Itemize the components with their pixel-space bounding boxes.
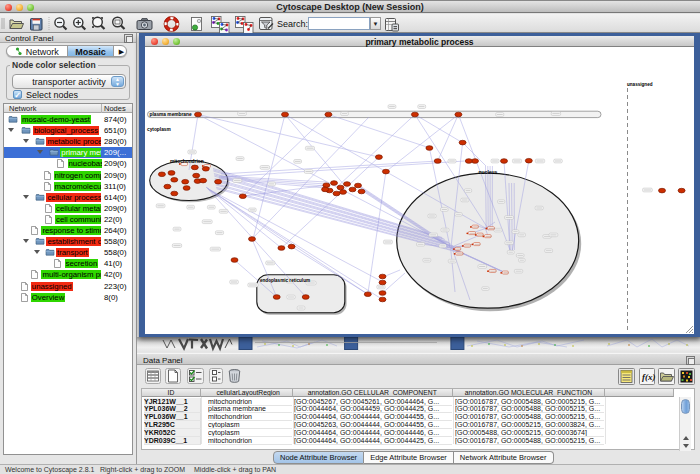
svg-text:cytoplasm: cytoplasm: [147, 127, 171, 132]
svg-text:endoplasmic reticulum: endoplasmic reticulum: [260, 278, 310, 283]
svg-text:unassigned: unassigned: [627, 82, 653, 87]
svg-text:f(x): f(x): [642, 372, 656, 382]
svg-text:nucleus: nucleus: [479, 169, 498, 175]
svg-text:mitochondrion: mitochondrion: [170, 159, 204, 164]
svg-text:plasma membrane: plasma membrane: [150, 112, 192, 117]
